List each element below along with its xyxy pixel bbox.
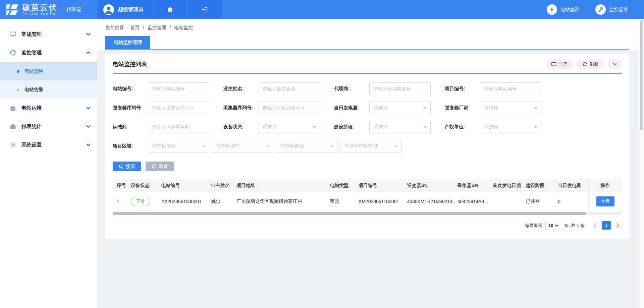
project-no-input[interactable] <box>480 82 541 95</box>
inverter-sn-input[interactable] <box>148 102 209 114</box>
fullscreen-icon <box>551 62 556 66</box>
page-scrollbar[interactable] <box>639 19 644 308</box>
sidebar-item-monitor-mgmt[interactable]: 监控管理 <box>0 44 97 62</box>
breadcrumb-section[interactable]: 监控管理 <box>148 25 166 30</box>
user-menu[interactable]: 超级管理员 <box>97 0 153 19</box>
nav-build-label: 电站建设 <box>560 7 579 13</box>
page-1-button[interactable]: 1 <box>602 221 611 230</box>
avatar <box>103 4 114 15</box>
station-no-input[interactable] <box>148 82 209 95</box>
caret-down-icon <box>423 107 427 111</box>
column-header: 逆变器SN <box>404 183 454 189</box>
filter-label: 当日发电量: <box>334 105 369 111</box>
horizontal-scrollbar-thumb[interactable] <box>113 212 586 215</box>
column-header: 序号 <box>113 183 128 189</box>
cell-address: 广东深圳龙华区观澜镇姚家庄村 <box>234 198 327 204</box>
collector-sn-input[interactable] <box>259 102 320 114</box>
refresh-button[interactable]: 刷新 <box>577 59 604 69</box>
main-content: 当前位置： 首页 / 监控管理 / 电站监控 电站监控管理 电站监控列表 <box>97 19 644 308</box>
filter-label: 产权单位: <box>445 124 480 130</box>
nav-monitor-ops[interactable]: 监控运维 <box>595 0 628 19</box>
agent-input[interactable] <box>369 82 431 95</box>
ops-provider-input[interactable] <box>148 121 209 133</box>
caret-down-icon <box>534 126 537 130</box>
province-select[interactable]: 请选择省份 <box>148 140 209 152</box>
table-row[interactable]: 1 正常 YX2023061000001 姚忠 广东深圳龙华区观澜镇姚家庄村 租… <box>113 192 622 211</box>
lightning-icon <box>547 4 557 15</box>
prev-page-button[interactable] <box>591 223 599 228</box>
search-icon <box>119 164 123 169</box>
owner-name-input[interactable] <box>259 82 320 95</box>
total-count-label: 条, 共 1 条 <box>564 223 585 229</box>
page-scrollbar-thumb[interactable] <box>640 20 643 130</box>
logout-button[interactable] <box>187 0 222 19</box>
breadcrumb-page[interactable]: 电站监控 <box>174 25 193 30</box>
sidebar-item-label: 常规管理 <box>21 31 86 38</box>
caret-down-icon <box>555 225 558 227</box>
sidebar-item-label: 报表统计 <box>21 123 86 130</box>
sidebar-item-reports[interactable]: 报表统计 <box>0 117 97 136</box>
station-monitor-panel: 电站监控列表 全屏 <box>105 54 629 239</box>
station-table: 序号 设备状态 电站编号 业主姓名 项目地址 电站类型 项目编号 逆变器SN 采… <box>113 179 622 211</box>
chevron-down-icon <box>86 107 91 110</box>
cell-status: 正常 <box>128 197 159 206</box>
per-page-select[interactable]: 10 <box>545 221 561 230</box>
property-unit-select[interactable]: 请选择 <box>480 121 541 133</box>
column-header: 电站编号 <box>159 183 208 189</box>
sidebar-item-label: 监控管理 <box>21 50 86 56</box>
reset-icon <box>152 164 156 169</box>
breadcrumb: 当前位置： 首页 / 监控管理 / 电站监控 <box>105 25 629 31</box>
filter-label: 业主姓名: <box>223 86 259 92</box>
caret-down-icon <box>202 145 205 149</box>
next-page-button[interactable] <box>613 223 622 228</box>
nav-station-build[interactable]: 电站建设 <box>547 0 579 19</box>
sidebar-item-station-ops[interactable]: 电站运维 <box>0 99 97 117</box>
build-stage-select[interactable]: 请选择 <box>369 121 431 133</box>
logout-icon <box>201 6 208 13</box>
county-select[interactable]: 请选择县/区 <box>276 140 337 152</box>
filter-label: 建设阶段: <box>334 124 369 130</box>
daily-generation-select[interactable]: 请选择 <box>369 102 431 114</box>
column-header: 建设阶段 <box>523 183 555 189</box>
filter-label: 项目编号: <box>445 86 480 92</box>
sidebar-item-general-mgmt[interactable]: 常规管理 <box>0 25 97 44</box>
chevron-left-icon <box>593 223 596 228</box>
panel-wrap: 电站监控列表 全屏 <box>97 50 644 239</box>
sidebar-item-label: 电站运维 <box>21 105 86 111</box>
column-header: 电站类型 <box>327 183 356 189</box>
sidebar-item-station-alarm[interactable]: 电站告警 <box>0 80 97 99</box>
cell-daily-generation: 0 <box>555 199 588 204</box>
home-button[interactable] <box>153 0 187 19</box>
tab-station-monitor-mgmt[interactable]: 电站监控管理 <box>105 36 150 49</box>
bullet-dot-icon <box>17 70 19 73</box>
reset-button[interactable]: 重置 <box>146 162 174 171</box>
cell-owner: 姚忠 <box>208 198 233 204</box>
breadcrumb-label: 当前位置： <box>105 25 129 30</box>
brand-pinyin: Po Jian Yun Fu <box>22 12 57 16</box>
chevron-down-icon <box>86 33 91 36</box>
cell-type: 租赁 <box>327 198 356 204</box>
caret-down-icon <box>330 145 333 149</box>
brand[interactable]: 破茧云伏 Po Jian Yun Fu 代理端 <box>0 0 97 19</box>
battery-icon <box>9 105 16 112</box>
sidebar-item-settings[interactable]: 系统设置 <box>0 136 97 154</box>
title-underline <box>113 73 622 74</box>
fullscreen-button[interactable]: 全屏 <box>546 59 573 69</box>
sidebar-item-station-monitor[interactable]: 电站监控 <box>0 62 97 80</box>
inverter-vendor-select[interactable]: 请选择 <box>480 102 541 114</box>
search-button[interactable]: 搜索 <box>113 162 141 171</box>
view-button[interactable]: 查看 <box>596 196 614 206</box>
collapse-panel-button[interactable] <box>607 59 622 69</box>
column-header: 采集器SN <box>455 183 490 189</box>
horizontal-scrollbar[interactable] <box>113 212 622 215</box>
cell-station-no: YX2023061000001 <box>159 199 208 204</box>
breadcrumb-separator: / <box>169 25 171 30</box>
brand-divider <box>62 6 62 13</box>
device-status-select[interactable]: 请选择 <box>259 121 320 133</box>
filter-label: 逆变器厂家: <box>445 105 480 111</box>
town-select[interactable]: 请选择村镇/街道 <box>340 140 401 152</box>
wrench-icon <box>595 4 606 15</box>
chevron-down-icon <box>86 125 91 128</box>
breadcrumb-home[interactable]: 首页 <box>130 25 140 30</box>
city-select[interactable]: 请选择城市 <box>212 140 273 152</box>
